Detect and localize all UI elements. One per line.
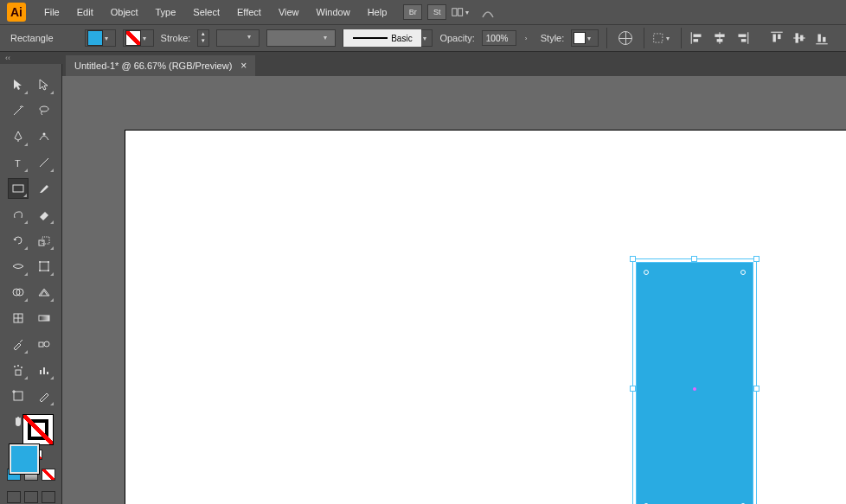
- document-tab[interactable]: Untitled-1* @ 66.67% (RGB/Preview) ×: [66, 55, 255, 76]
- tools-collapse-icon[interactable]: ‹‹: [0, 52, 62, 64]
- selection-tool[interactable]: [8, 74, 29, 95]
- menu-edit[interactable]: Edit: [69, 3, 101, 21]
- svg-point-31: [39, 270, 41, 271]
- svg-rect-8: [717, 39, 723, 41]
- opacity-label: Opacity:: [439, 33, 474, 43]
- opacity-input[interactable]: 100%: [482, 30, 516, 46]
- scale-tool[interactable]: [34, 230, 54, 251]
- svg-line-24: [40, 158, 48, 167]
- eyedropper-tool[interactable]: [8, 334, 29, 354]
- variable-width-profile[interactable]: ▾: [266, 29, 336, 47]
- gpu-preview-icon[interactable]: [477, 2, 498, 22]
- lasso-tool[interactable]: [34, 100, 54, 121]
- free-transform-tool[interactable]: [34, 256, 54, 277]
- rotate-tool[interactable]: [8, 230, 29, 251]
- align-right-icon[interactable]: [734, 30, 750, 46]
- type-tool[interactable]: T: [8, 152, 29, 173]
- recolor-icon[interactable]: [615, 28, 636, 48]
- tab-title: Untitled-1* @ 66.67% (RGB/Preview): [74, 61, 232, 71]
- eraser-tool[interactable]: [34, 204, 54, 225]
- svg-point-43: [17, 365, 19, 367]
- draw-behind-icon[interactable]: [24, 491, 38, 503]
- align-vcenter-icon[interactable]: [792, 30, 807, 46]
- menu-type[interactable]: Type: [148, 3, 184, 21]
- svg-rect-10: [739, 35, 747, 37]
- arrange-documents-icon[interactable]: ▾: [452, 2, 472, 22]
- stroke-weight-input[interactable]: ▾: [216, 29, 260, 47]
- svg-rect-45: [40, 370, 42, 374]
- svg-text:T: T: [15, 158, 21, 169]
- svg-rect-11: [741, 39, 747, 41]
- artboard-tool[interactable]: [8, 386, 29, 406]
- align-to-icon[interactable]: ▾: [652, 28, 673, 48]
- graphic-style[interactable]: ▾: [571, 29, 599, 47]
- paintbrush-tool[interactable]: [34, 178, 54, 199]
- resize-handle[interactable]: [753, 256, 759, 262]
- shape-builder-tool[interactable]: [8, 282, 29, 303]
- align-bottom-icon[interactable]: [814, 30, 830, 46]
- menu-view[interactable]: View: [271, 3, 307, 21]
- document-tab-bar: Untitled-1* @ 66.67% (RGB/Preview) ×: [0, 52, 846, 76]
- bridge-icon[interactable]: Br: [403, 4, 422, 20]
- svg-point-29: [39, 261, 41, 263]
- resize-handle[interactable]: [691, 256, 697, 262]
- draw-normal-icon[interactable]: [7, 491, 21, 503]
- svg-rect-16: [796, 33, 798, 42]
- curvature-tool[interactable]: [34, 126, 54, 147]
- stroke-label: Stroke:: [161, 33, 191, 43]
- align-top-icon[interactable]: [769, 30, 785, 46]
- shaper-tool[interactable]: [8, 204, 29, 225]
- tools-panel: T: [0, 64, 62, 504]
- stock-icon[interactable]: St: [427, 4, 446, 20]
- gradient-tool[interactable]: [34, 308, 54, 329]
- perspective-grid-tool[interactable]: [34, 282, 54, 303]
- menu-window[interactable]: Window: [309, 3, 358, 21]
- svg-rect-41: [16, 370, 21, 375]
- align-left-icon[interactable]: [689, 30, 705, 46]
- resize-handle[interactable]: [630, 256, 636, 262]
- menu-help[interactable]: Help: [360, 3, 395, 21]
- menu-effect[interactable]: Effect: [229, 3, 269, 21]
- pen-tool[interactable]: [8, 126, 29, 147]
- menu-select[interactable]: Select: [185, 3, 228, 21]
- selection-bounding-box: [632, 258, 757, 504]
- resize-handle[interactable]: [753, 386, 759, 392]
- svg-rect-28: [40, 262, 48, 271]
- column-graph-tool[interactable]: [34, 360, 54, 380]
- svg-rect-13: [773, 35, 776, 42]
- brush-definition[interactable]: Basic▾: [343, 29, 433, 47]
- line-segment-tool[interactable]: [34, 152, 54, 173]
- fill-swatch[interactable]: ▾: [85, 29, 116, 47]
- none-mode-icon[interactable]: [42, 469, 55, 481]
- stroke-swatch[interactable]: ▾: [123, 29, 154, 47]
- direct-selection-tool[interactable]: [34, 74, 54, 95]
- blend-tool[interactable]: [34, 334, 54, 354]
- close-tab-icon[interactable]: ×: [240, 60, 247, 72]
- resize-handle[interactable]: [630, 386, 636, 392]
- svg-rect-7: [715, 35, 725, 37]
- mesh-tool[interactable]: [8, 308, 29, 329]
- artboard[interactable]: [125, 130, 846, 504]
- svg-rect-46: [43, 367, 45, 374]
- canvas[interactable]: [62, 76, 846, 504]
- svg-point-32: [48, 270, 49, 271]
- opacity-flyout-icon[interactable]: ›: [525, 35, 534, 42]
- align-hcenter-icon[interactable]: [712, 30, 727, 46]
- menu-file[interactable]: File: [36, 3, 67, 21]
- stroke-color-icon[interactable]: [23, 415, 53, 444]
- menu-object[interactable]: Object: [103, 3, 146, 21]
- svg-rect-5: [694, 39, 699, 41]
- draw-inside-icon[interactable]: [42, 491, 55, 503]
- svg-rect-0: [452, 9, 457, 16]
- stroke-weight-stepper[interactable]: ▴▾: [197, 29, 209, 47]
- options-bar: Rectangle ▾ ▾ Stroke: ▴▾ ▾ ▾ Basic▾ Opac…: [0, 24, 846, 52]
- rectangle-tool[interactable]: [8, 178, 29, 199]
- width-tool[interactable]: [8, 256, 29, 277]
- slice-tool[interactable]: [34, 386, 54, 406]
- fill-color-icon[interactable]: [10, 444, 39, 474]
- shape-label: Rectangle: [10, 33, 54, 43]
- svg-point-30: [48, 261, 49, 263]
- symbol-sprayer-tool[interactable]: [8, 360, 29, 380]
- magic-wand-tool[interactable]: [8, 100, 29, 121]
- svg-rect-38: [39, 316, 49, 321]
